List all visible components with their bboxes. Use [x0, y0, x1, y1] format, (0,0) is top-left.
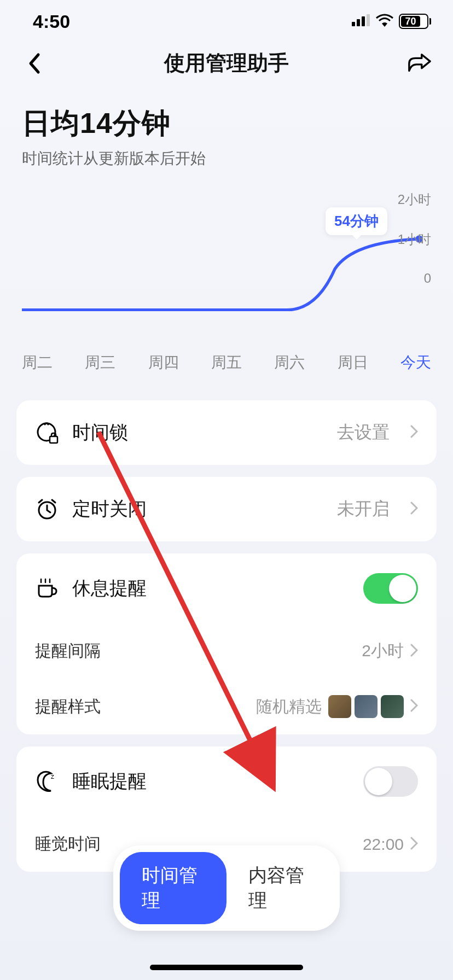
- reminder-style-row[interactable]: 提醒样式 随机精选: [16, 679, 437, 734]
- usage-chart[interactable]: 2小时 1小时 0 54分钟: [22, 191, 431, 344]
- thumb-icon: [328, 695, 351, 718]
- chevron-right-icon: [410, 642, 418, 661]
- style-thumbnails: [328, 695, 404, 718]
- page-title: 使用管理助手: [164, 49, 289, 77]
- time-lock-card[interactable]: 时间锁 去设置: [16, 400, 437, 465]
- back-button[interactable]: [22, 51, 46, 75]
- x-label[interactable]: 周五: [211, 352, 242, 373]
- chevron-right-icon: [410, 501, 418, 517]
- chart-y-labels: 2小时 1小时 0: [398, 191, 431, 311]
- svg-rect-2: [362, 16, 365, 26]
- wifi-icon: [376, 14, 393, 29]
- chart-x-labels: 周二 周三 周四 周五 周六 周日 今天: [22, 352, 431, 373]
- status-icons: 70: [352, 14, 431, 29]
- summary-section: 日均14分钟 时间统计从更新版本后开始: [0, 94, 453, 169]
- home-indicator[interactable]: [150, 965, 303, 970]
- sleep-time-value: 22:00: [363, 835, 404, 854]
- svg-rect-1: [357, 19, 360, 26]
- nav-bar: 使用管理助手: [0, 38, 453, 94]
- time-lock-label: 时间锁: [72, 420, 324, 445]
- cellular-icon: [352, 14, 370, 28]
- thumb-icon: [381, 695, 404, 718]
- time-lock-value: 去设置: [337, 421, 390, 445]
- reminder-interval-label: 提醒间隔: [35, 640, 101, 662]
- tab-time-management[interactable]: 时间管理: [120, 852, 226, 924]
- rest-reminder-label: 休息提醒: [72, 576, 350, 601]
- share-button[interactable]: [407, 51, 431, 75]
- clock-lock-icon: [35, 421, 59, 445]
- x-label[interactable]: 周六: [274, 352, 305, 373]
- tab-content-management[interactable]: 内容管理: [226, 852, 333, 924]
- chart-tooltip: 54分钟: [326, 207, 387, 235]
- sleep-reminder-toggle[interactable]: [363, 766, 418, 797]
- chevron-right-icon: [410, 425, 418, 440]
- chevron-right-icon: [410, 835, 418, 854]
- svg-rect-3: [367, 14, 370, 26]
- sleep-reminder-label: 睡眠提醒: [72, 769, 350, 794]
- bottom-tab-bar: 时间管理 内容管理: [113, 845, 340, 931]
- reminder-interval-row[interactable]: 提醒间隔 2小时: [16, 623, 437, 679]
- cup-icon: [35, 576, 59, 600]
- x-label[interactable]: 周四: [148, 352, 179, 373]
- x-label[interactable]: 周三: [85, 352, 115, 373]
- rest-reminder-card: 休息提醒 提醒间隔 2小时 提醒样式 随机精选: [16, 553, 437, 734]
- svg-rect-0: [352, 22, 355, 26]
- x-label-active[interactable]: 今天: [400, 352, 431, 373]
- svg-text:z: z: [51, 773, 54, 780]
- sleep-time-label: 睡觉时间: [35, 833, 101, 855]
- chevron-right-icon: [410, 697, 418, 716]
- reminder-style-label: 提醒样式: [35, 696, 101, 718]
- battery-icon: 70: [399, 14, 431, 29]
- x-label[interactable]: 周二: [22, 352, 53, 373]
- moon-icon: z: [35, 769, 59, 794]
- summary-title: 日均14分钟: [22, 104, 431, 143]
- svg-rect-6: [50, 436, 57, 443]
- scheduled-off-label: 定时关闭: [72, 497, 324, 522]
- summary-subtitle: 时间统计从更新版本后开始: [22, 148, 431, 169]
- status-time: 4:50: [33, 11, 70, 32]
- reminder-interval-value: 2小时: [362, 640, 404, 662]
- alarm-icon: [35, 497, 59, 521]
- thumb-icon: [355, 695, 378, 718]
- scheduled-off-value: 未开启: [337, 497, 390, 521]
- status-bar: 4:50 70: [0, 0, 453, 38]
- rest-reminder-toggle[interactable]: [363, 573, 418, 604]
- reminder-style-value: 随机精选: [256, 696, 322, 718]
- scheduled-off-card[interactable]: 定时关闭 未开启: [16, 477, 437, 541]
- x-label[interactable]: 周日: [338, 352, 368, 373]
